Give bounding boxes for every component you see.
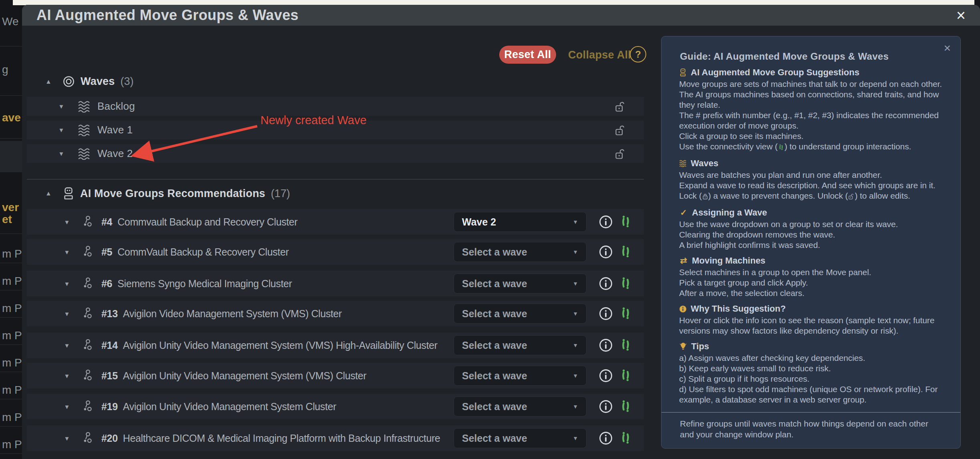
info-icon[interactable] [599, 338, 613, 352]
waves-icon [679, 160, 687, 167]
wave-dropdown[interactable]: Wave 2 ▼ [454, 212, 587, 232]
move-group-order: #4 [101, 216, 112, 228]
help-icon[interactable]: ? [630, 46, 646, 62]
info-icon[interactable] [599, 307, 613, 320]
info-icon[interactable] [599, 400, 613, 413]
unlock-icon[interactable] [615, 124, 625, 136]
wave-dropdown[interactable]: Select a wave ▼ [454, 397, 587, 417]
chevron-down-icon: ▼ [573, 280, 578, 287]
waves-section-header: ▲ Waves (3) [43, 75, 134, 88]
connectivity-icon[interactable] [619, 306, 632, 320]
waves-section-title: Waves [81, 75, 115, 88]
connectivity-icon[interactable] [619, 431, 632, 445]
background-text-fragment: We [2, 15, 19, 28]
cluster-icon [82, 277, 94, 290]
info-icon[interactable] [599, 369, 613, 382]
connectivity-icon[interactable] [619, 215, 632, 228]
divider [0, 138, 22, 139]
chevron-down-icon[interactable]: ▼ [56, 127, 66, 133]
move-group-row[interactable]: ▼ #13 Avigilon Video Management System (… [27, 301, 644, 326]
move-group-row[interactable]: ▼ #4 Commvault Backup and Recovery Clust… [27, 209, 644, 235]
divider [27, 179, 644, 179]
move-group-row[interactable]: ▼ #14 Avigilon Unity Video Management Sy… [27, 332, 644, 358]
move-group-name: Avigilon Unity Video Management System C… [123, 401, 336, 413]
guide-line: Click a group to see its machines. [679, 131, 945, 141]
background-text-fragment: m P [2, 248, 22, 260]
background-text-fragment: m P [2, 384, 22, 397]
background-text-fragment: m P [2, 438, 22, 451]
recommendations-count: (17) [271, 187, 290, 200]
chevron-down-icon[interactable]: ▼ [62, 372, 72, 379]
divider [0, 317, 22, 318]
chevron-up-icon[interactable]: ▲ [43, 190, 54, 197]
divider [0, 399, 22, 399]
guide-section-moving: ⇄ Moving Machines Select machines in a g… [679, 256, 945, 298]
guide-line: A brief highlight confirms it was saved. [679, 240, 945, 250]
move-group-row[interactable]: ▼ #19 Avigilon Unity Video Management Sy… [27, 394, 644, 419]
chevron-down-icon[interactable]: ▼ [62, 280, 72, 287]
info-icon[interactable] [599, 215, 613, 229]
unlock-icon[interactable] [615, 148, 625, 160]
wave-dropdown-value: Select a wave [462, 308, 527, 320]
connectivity-icon[interactable] [619, 399, 632, 413]
wave-row[interactable]: ▼ Wave 2 [27, 144, 644, 163]
waves-icon [77, 101, 91, 113]
annotation-label: Newly created Wave [260, 114, 367, 127]
move-group-name: Avigilon Unity Video Management System (… [123, 340, 438, 351]
wave-dropdown-value: Select a wave [462, 340, 527, 351]
background-text-fragment: m P [2, 329, 22, 342]
screen: We g ave ver et m P m P m P m P m P m P … [0, 0, 980, 459]
chevron-down-icon[interactable]: ▼ [62, 342, 72, 349]
move-group-order: #6 [101, 278, 112, 290]
wave-dropdown-value: Select a wave [462, 278, 527, 290]
info-icon[interactable] [599, 431, 613, 445]
move-group-row[interactable]: ▼ #5 CommVault Backup & Recovery Cluster… [27, 239, 644, 265]
move-group-order: #13 [101, 308, 118, 320]
info-icon[interactable] [599, 245, 613, 259]
unlock-icon [848, 192, 854, 202]
close-icon[interactable]: × [944, 42, 951, 54]
collapse-all-button[interactable]: Collapse All [568, 49, 631, 61]
move-group-name: Healthcare DICOM & Medical Imaging Platf… [123, 433, 440, 444]
unlock-icon[interactable] [615, 101, 625, 113]
cluster-icon [82, 338, 94, 352]
wave-dropdown[interactable]: Select a wave ▼ [454, 366, 587, 386]
guide-line: After a move, the selection clears. [679, 288, 945, 298]
chevron-down-icon[interactable]: ▼ [62, 310, 72, 317]
move-arrows-icon: ⇄ [679, 256, 688, 266]
reset-all-button[interactable]: Reset All [499, 46, 556, 64]
divider [0, 426, 22, 427]
chevron-up-icon[interactable]: ▲ [43, 78, 54, 85]
chevron-down-icon[interactable]: ▼ [62, 219, 72, 225]
wave-dropdown[interactable]: Select a wave ▼ [454, 428, 587, 448]
background-text-fragment: ver [2, 201, 19, 214]
wave-dropdown[interactable]: Select a wave ▼ [454, 242, 587, 262]
chevron-down-icon[interactable]: ▼ [62, 249, 72, 256]
guide-section-title: Waves [691, 158, 718, 169]
wave-dropdown[interactable]: Select a wave ▼ [454, 304, 587, 324]
guide-line: Move groups are sets of machines that ta… [679, 79, 945, 89]
wave-row[interactable]: ▼ Backlog [27, 97, 644, 116]
guide-line: Clearing the dropdown removes the wave. [679, 230, 945, 240]
close-icon[interactable]: × [956, 7, 966, 23]
info-icon [679, 305, 687, 313]
move-group-name: Commvault Backup and Recovery Cluster [117, 216, 297, 228]
move-group-row[interactable]: ▼ #20 Healthcare DICOM & Medical Imaging… [27, 425, 644, 451]
guide-section-title: Why This Suggestion? [691, 304, 786, 314]
connectivity-icon[interactable] [619, 276, 632, 290]
info-icon[interactable] [599, 277, 613, 290]
guide-line: Expand a wave to read its description. A… [679, 180, 945, 191]
chevron-down-icon[interactable]: ▼ [56, 150, 66, 157]
chevron-down-icon[interactable]: ▼ [62, 403, 72, 410]
wave-dropdown[interactable]: Select a wave ▼ [454, 274, 587, 294]
connectivity-icon[interactable] [619, 338, 632, 352]
chevron-down-icon[interactable]: ▼ [62, 435, 72, 442]
move-group-row[interactable]: ▼ #15 Avigilon Unity Video Management Sy… [27, 363, 644, 389]
chevron-down-icon[interactable]: ▼ [56, 103, 66, 110]
connectivity-icon[interactable] [619, 245, 632, 258]
wave-dropdown-value: Select a wave [462, 401, 527, 413]
wave-dropdown[interactable]: Select a wave ▼ [454, 335, 587, 355]
move-group-row[interactable]: ▼ #6 Siemens Syngo Medical Imaging Clust… [27, 271, 644, 296]
move-group-order: #20 [101, 433, 118, 444]
connectivity-icon[interactable] [619, 368, 632, 382]
